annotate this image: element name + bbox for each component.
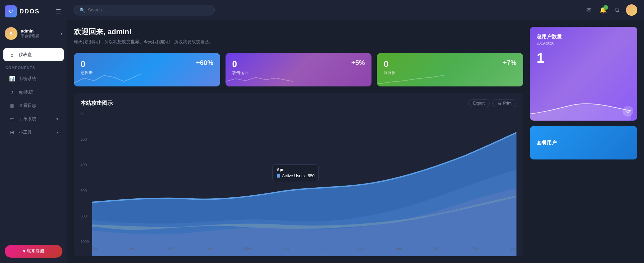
user-details: admin 平台管理员	[21, 28, 57, 39]
total-users-value: 1	[537, 51, 631, 66]
sidebar-item-tools[interactable]: ⊞ 小工具 ▾	[3, 126, 64, 139]
logo-icon-text: 🛡	[9, 9, 13, 14]
chart-svg	[92, 112, 516, 256]
printer-icon: 🖨	[497, 101, 501, 106]
components-label: COMPONENTS	[0, 62, 67, 72]
stat-change: +5%	[351, 59, 365, 67]
total-users-chart-svg	[530, 94, 631, 121]
total-users-card: 总用户数量 2019-2020 1 ⚙	[530, 27, 637, 121]
search-icon: 🔍	[80, 7, 85, 13]
print-button[interactable]: 🖨 Print	[492, 99, 516, 107]
sidebar-item-logs[interactable]: ▦ 查看日志	[3, 99, 64, 112]
logo-icon: 🛡	[5, 5, 17, 17]
total-users-title: 总用户数量	[537, 34, 631, 40]
user-role: 平台管理员	[21, 34, 57, 39]
mail-button[interactable]: ✉	[585, 5, 593, 15]
ticket-icon: ▭	[9, 116, 15, 122]
stat-change: +7%	[503, 59, 516, 67]
stat-card-total-attacks: 0 总攻击 +60%	[74, 53, 220, 86]
sidebar-item-label: 查看日志	[19, 103, 36, 109]
topbar: 🔍 ✉ 🔔 4 ⧉	[67, 0, 644, 20]
sidebar-item-label: api系统	[19, 89, 33, 95]
total-users-period: 2019-2020	[537, 41, 631, 45]
chart-header: 本站攻击图示 Export 🖨 Print	[81, 99, 516, 107]
sidebar-item-dashboard[interactable]: ⌂ 仪表盘	[3, 48, 64, 61]
user-name: admin	[21, 28, 57, 34]
home-icon: ⌂	[9, 52, 15, 58]
chevron-down-icon: ▾	[56, 117, 58, 121]
chart-title: 本站攻击图示	[81, 100, 113, 107]
topbar-right: ✉ 🔔 4 ⧉	[585, 4, 637, 16]
package-title: 套餐用户	[537, 140, 557, 146]
export-label: Export	[473, 101, 485, 106]
user-info: A admin 平台管理员 ▾	[0, 23, 67, 44]
chart-section: 本站攻击图示 Export 🖨 Print 1000 800	[74, 93, 523, 256]
layers-button[interactable]: ⧉	[613, 5, 621, 15]
avatar: A	[5, 27, 17, 40]
stat-value: 0	[384, 59, 396, 69]
welcome-title: 欢迎回来, admin!	[74, 27, 523, 37]
hamburger-button[interactable]: ☰	[54, 6, 62, 16]
bar-chart-icon: 📊	[9, 76, 15, 82]
sidebar-navigation: ⌂ 仪表盘 COMPONENTS 📊 卡密系统 I api系统 ▦ 查看日志 ▭…	[0, 44, 67, 242]
sidebar: 🛡 DDOS ☰ A admin 平台管理员 ▾ ⌂ 仪表盘 COMPONENT…	[0, 0, 67, 263]
print-label: Print	[503, 101, 511, 106]
sidebar-item-label: 工单系统	[19, 116, 36, 122]
stat-card-running-attacks: 0 攻击运行 +5%	[226, 53, 372, 86]
user-chevron-icon: ▾	[60, 31, 62, 36]
stat-value: 0	[232, 59, 248, 69]
chart-y-labels: 1000 800 600 400 200 0	[81, 112, 92, 244]
stat-cards: 0 总攻击 +60% 0 攻击运行 +	[74, 53, 523, 86]
chart-container: 1000 800 600 400 200 0	[81, 112, 516, 250]
welcome-subtitle: 昨天我很聪明，所以我想改变世界。今天我很聪明，所以我要改变自己。	[74, 39, 523, 45]
sidebar-logo: 🛡 DDOS ☰	[0, 0, 67, 23]
sidebar-item-card-system[interactable]: 📊 卡密系统	[3, 72, 64, 85]
chevron-down-icon: ▾	[56, 130, 58, 135]
stat-card-servers: 0 服务器 +7%	[377, 53, 523, 86]
content-right: 总用户数量 2019-2020 1 ⚙ 套餐用户	[530, 27, 637, 256]
sidebar-item-api-system[interactable]: I api系统	[3, 86, 64, 98]
sidebar-item-label: 小工具	[19, 129, 32, 135]
sidebar-item-label: 仪表盘	[19, 52, 32, 58]
settings-gear-button[interactable]: ⚙	[623, 106, 633, 117]
notification-button[interactable]: 🔔 4	[598, 5, 608, 15]
grid-icon: ▦	[9, 103, 15, 109]
contact-button[interactable]: ♥ 联系客服	[5, 245, 62, 258]
notification-badge: 4	[603, 5, 608, 10]
tools-icon: ⊞	[9, 129, 15, 135]
content-area: 欢迎回来, admin! 昨天我很聪明，所以我想改变世界。今天我很聪明，所以我要…	[67, 20, 644, 263]
content-left: 欢迎回来, admin! 昨天我很聪明，所以我想改变世界。今天我很聪明，所以我要…	[74, 27, 523, 256]
sidebar-item-ticket-system[interactable]: ▭ 工单系统 ▾	[3, 113, 64, 125]
package-card: 套餐用户	[530, 126, 637, 159]
logo-text: DDOS	[19, 8, 40, 15]
sidebar-item-label: 卡密系统	[19, 76, 36, 82]
stat-value: 0	[81, 59, 93, 69]
export-button[interactable]: Export	[468, 99, 490, 107]
chart-actions: Export 🖨 Print	[468, 99, 516, 107]
search-box[interactable]: 🔍	[74, 5, 215, 15]
stat-change: +60%	[196, 59, 213, 67]
user-avatar-button[interactable]	[626, 4, 637, 16]
welcome-section: 欢迎回来, admin! 昨天我很聪明，所以我想改变世界。今天我很聪明，所以我要…	[74, 27, 523, 46]
api-icon: I	[9, 89, 15, 95]
main-content: 🔍 ✉ 🔔 4 ⧉ 欢迎回来, admin! 昨天我很聪明，所以我想改变世界。今…	[67, 0, 644, 263]
search-input[interactable]	[88, 7, 209, 12]
chart-x-labels: Jan Feb Mar Apr May Jun Jul Aug Sep Oct …	[92, 246, 516, 250]
